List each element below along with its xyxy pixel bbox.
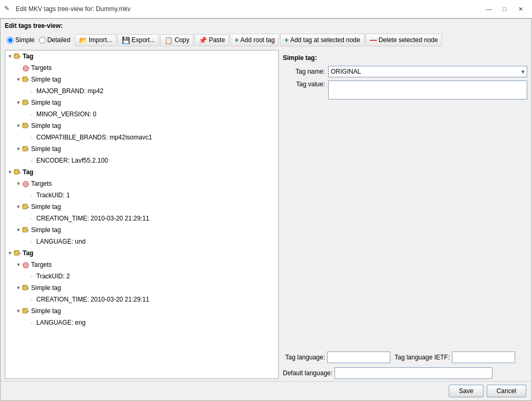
tag-language-ietf-input[interactable] xyxy=(452,352,515,363)
export-icon: 💾 xyxy=(122,36,130,44)
title-bar: ✎ Edit MKV tags tree-view for: Dummy.mkv… xyxy=(0,0,532,18)
svg-rect-14 xyxy=(23,123,27,128)
tree-item-icon xyxy=(31,109,35,119)
tree-node[interactable]: COMPATIBLE_BRANDS: mp42isomavc1 xyxy=(5,132,278,143)
tree-toggle-icon[interactable]: ▼ xyxy=(15,260,22,269)
tree-item-icon xyxy=(22,179,29,188)
tag-language-label: Tag language: xyxy=(283,354,325,361)
radio-detailed[interactable]: Detailed xyxy=(39,36,71,44)
tree-item-icon xyxy=(14,248,21,258)
tree-node[interactable]: ▼Targets xyxy=(5,178,278,189)
add-selected-label: Add tag at selected node xyxy=(290,36,360,44)
tree-item-label: LANGUAGE: eng xyxy=(36,318,85,327)
tree-item-icon xyxy=(31,295,35,304)
tag-name-row: Tag name: ORIGINAL TITLE ARTIST ALBUM DA… xyxy=(283,66,527,77)
svg-rect-0 xyxy=(14,54,19,58)
tree-node[interactable]: ▼Simple tag xyxy=(5,120,278,132)
tree-item-icon xyxy=(14,52,21,61)
radio-detailed-label: Detailed xyxy=(47,36,71,44)
tree-toggle-icon[interactable]: ▼ xyxy=(15,179,22,188)
tree-panel[interactable]: ▼TagTargets▼Simple tagMAJOR_BRAND: mp42▼… xyxy=(5,50,279,379)
svg-point-45 xyxy=(24,286,25,287)
tree-item-icon xyxy=(31,237,35,246)
tree-node[interactable]: TrackUID: 1 xyxy=(5,189,278,201)
radio-simple-input[interactable] xyxy=(7,37,14,44)
tree-node[interactable]: ▼Simple tag xyxy=(5,97,278,108)
tree-toggle-icon[interactable]: ▼ xyxy=(15,144,22,154)
tree-item-label: TrackUID: 2 xyxy=(36,272,70,281)
tree-item-icon xyxy=(14,167,21,177)
copy-button[interactable]: 📋 Copy xyxy=(160,34,193,46)
tree-node[interactable]: MAJOR_BRAND: mp42 xyxy=(5,85,278,97)
tree-toggle-icon[interactable]: ▼ xyxy=(15,283,22,293)
tag-value-textarea[interactable] xyxy=(328,81,527,99)
tree-toggle-icon[interactable]: ▼ xyxy=(15,121,22,131)
svg-rect-29 xyxy=(23,204,27,209)
delete-label: Delete selected node xyxy=(379,36,438,44)
tree-node[interactable]: LANGUAGE: und xyxy=(5,236,278,247)
tree-toggle-icon[interactable]: ▼ xyxy=(15,98,22,107)
default-language-input[interactable] xyxy=(334,367,492,379)
split-pane: ▼TagTargets▼Simple tagMAJOR_BRAND: mp42▼… xyxy=(1,50,531,381)
svg-rect-37 xyxy=(14,250,19,255)
cancel-button[interactable]: Cancel xyxy=(487,385,526,397)
tree-node[interactable]: ▼Simple tag xyxy=(5,282,278,294)
tree-node[interactable]: ▼Simple tag xyxy=(5,201,278,213)
tree-node[interactable]: ENCODER: Lavf55.2.100 xyxy=(5,155,278,166)
tree-item-icon xyxy=(22,75,29,84)
tree-item-icon xyxy=(22,98,29,107)
tree-node[interactable]: ▼Simple tag xyxy=(5,224,278,236)
tree-node[interactable]: LANGUAGE: eng xyxy=(5,317,278,328)
save-button[interactable]: Save xyxy=(449,385,483,397)
tree-node[interactable]: ▼Targets xyxy=(5,259,278,270)
tree-node[interactable]: ▼Simple tag xyxy=(5,74,278,85)
tree-toggle-icon[interactable]: ▼ xyxy=(6,167,14,177)
maximize-button[interactable]: □ xyxy=(497,3,512,15)
tree-node[interactable]: ▼Tag xyxy=(5,166,278,178)
tree-toggle-icon[interactable]: ▼ xyxy=(15,202,22,212)
svg-point-49 xyxy=(24,309,25,310)
minimize-button[interactable]: — xyxy=(481,3,496,15)
tree-item-icon xyxy=(31,156,35,165)
tree-item-label: MINOR_VERSION: 0 xyxy=(36,109,96,119)
export-button[interactable]: 💾 Export... xyxy=(117,34,160,46)
tree-node[interactable]: ▼Simple tag xyxy=(5,305,278,317)
svg-rect-33 xyxy=(23,227,27,232)
svg-point-42 xyxy=(25,265,26,266)
radio-simple-label: Simple xyxy=(15,36,35,44)
tree-node[interactable]: ▼Simple tag xyxy=(5,143,278,155)
svg-rect-6 xyxy=(23,77,27,82)
window-title: Edit MKV tags tree-view for: Dummy.mkv xyxy=(16,5,131,13)
tree-toggle-icon[interactable]: ▼ xyxy=(6,248,14,258)
tree-node[interactable]: TrackUID: 2 xyxy=(5,270,278,282)
radio-simple[interactable]: Simple xyxy=(7,36,35,44)
tree-toggle-icon[interactable]: ▼ xyxy=(15,75,22,84)
tree-item-icon xyxy=(22,283,29,293)
tree-node[interactable]: CREATION_TIME: 2010-03-20 21:29:11 xyxy=(5,213,278,224)
radio-detailed-input[interactable] xyxy=(39,37,46,44)
copy-icon: 📋 xyxy=(164,36,173,44)
paste-icon: 📌 xyxy=(199,36,207,44)
tag-name-select[interactable]: ORIGINAL TITLE ARTIST ALBUM DATE ENCODER… xyxy=(328,66,527,77)
add-root-button[interactable]: + Add root tag xyxy=(230,34,279,46)
tag-language-group: Tag language: xyxy=(283,352,390,363)
svg-rect-18 xyxy=(23,146,27,151)
tree-toggle-icon[interactable]: ▼ xyxy=(6,52,14,61)
import-button[interactable]: 📂 Import... xyxy=(75,34,116,46)
tree-toggle-icon[interactable]: ▼ xyxy=(15,225,22,235)
tree-toggle-icon[interactable]: ▼ xyxy=(15,306,22,316)
tree-node[interactable]: ▼Tag xyxy=(5,51,278,62)
tree-node[interactable]: ▼Tag xyxy=(5,247,278,259)
paste-button[interactable]: 📌 Paste xyxy=(194,34,229,46)
close-button[interactable]: ✕ xyxy=(513,3,528,15)
tree-item-label: Tag xyxy=(23,52,33,61)
tree-item-label: CREATION_TIME: 2010-03-20 21:29:11 xyxy=(36,214,150,223)
export-label: Export... xyxy=(132,36,155,44)
delete-button[interactable]: — Delete selected node xyxy=(366,34,442,46)
tree-node[interactable]: Targets xyxy=(5,62,278,74)
tree-item-label: Simple tag xyxy=(31,121,61,131)
add-selected-button[interactable]: + Add tag at selected node xyxy=(280,34,364,46)
tree-node[interactable]: CREATION_TIME: 2010-03-20 21:29:11 xyxy=(5,294,278,305)
tree-node[interactable]: MINOR_VERSION: 0 xyxy=(5,108,278,120)
tag-language-input[interactable] xyxy=(327,352,390,363)
